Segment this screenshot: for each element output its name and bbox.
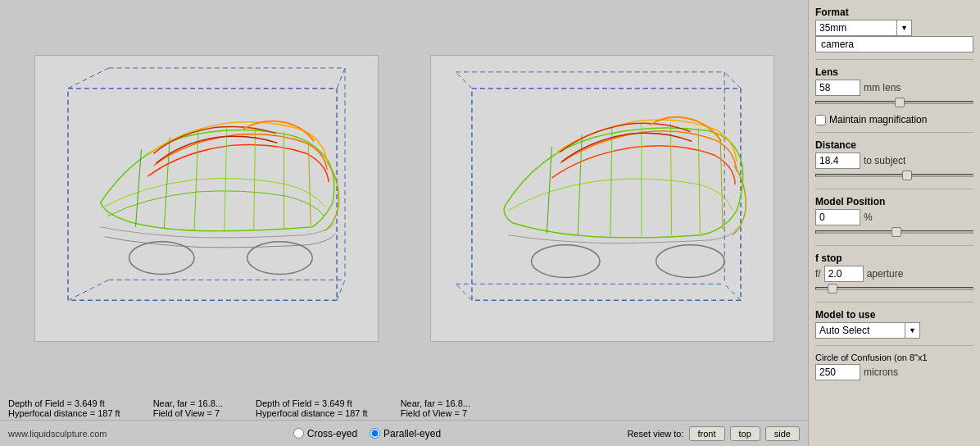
right-panel: Format ▼ camera Lens mm lens Maintain ma…	[808, 0, 980, 446]
distance-slider[interactable]	[815, 171, 973, 180]
distance-slider-track	[815, 174, 973, 177]
format-dropdown-button[interactable]: ▼	[897, 20, 912, 36]
right-nearfar-info: Near, far = 16.8... Field of View = 7	[401, 398, 470, 418]
lens-section: Lens mm lens	[815, 66, 973, 109]
confusion-section: Circle of Confusion (on 8"x1 microns	[815, 353, 973, 380]
right-viewport[interactable]	[430, 55, 774, 342]
model-position-slider-thumb[interactable]	[892, 227, 901, 237]
confusion-label: Circle of Confusion (on 8"x1	[815, 353, 973, 362]
confusion-input[interactable]	[815, 364, 860, 380]
distance-section: Distance to subject	[815, 139, 973, 182]
model-position-unit: %	[864, 212, 873, 223]
view-mode-radio-group: Cross-eyed Parallel-eyed	[293, 428, 441, 439]
distance-label: Distance	[815, 139, 973, 151]
lens-input[interactable]	[815, 80, 860, 96]
divider-2	[815, 132, 973, 133]
info-bar: Depth of Field = 3.649 ft Hyperfocal dis…	[0, 397, 808, 420]
lens-slider-thumb[interactable]	[895, 98, 905, 107]
left-dof-info: Depth of Field = 3.649 ft Hyperfocal dis…	[8, 398, 120, 418]
format-row: ▼	[815, 20, 973, 36]
model-position-label: Model Position	[815, 196, 973, 207]
maintain-magnification-checkbox[interactable]	[815, 115, 826, 125]
fstop-row: f/ aperture	[815, 266, 973, 282]
model-use-input[interactable]	[815, 322, 905, 339]
confusion-row: microns	[815, 364, 973, 380]
left-viewport[interactable]	[34, 55, 379, 342]
model-position-slider[interactable]	[815, 227, 973, 237]
format-label: Format	[815, 7, 973, 18]
divider-1	[815, 59, 973, 60]
fstop-label: f stop	[815, 253, 973, 264]
maintain-magnification-row: Maintain magnification	[815, 114, 973, 125]
model-position-section: Model Position %	[815, 196, 973, 239]
model-position-input[interactable]	[815, 209, 860, 225]
distance-unit: to subject	[864, 155, 905, 166]
fstop-input[interactable]	[824, 266, 864, 282]
cross-eyed-radio[interactable]	[293, 428, 304, 439]
fstop-prefix: f/	[815, 268, 821, 280]
side-view-button[interactable]: side	[765, 426, 800, 441]
reset-view-group: Reset view to: front top side	[627, 426, 800, 441]
fstop-section: f stop f/ aperture	[815, 253, 973, 295]
lens-row: mm lens	[815, 80, 973, 96]
top-view-button[interactable]: top	[730, 426, 760, 441]
divider-5	[815, 302, 973, 303]
model-use-section: Model to use ▼	[815, 309, 973, 339]
divider-6	[815, 345, 973, 346]
format-input[interactable]	[815, 20, 897, 36]
left-nearfar-info: Near, far = 16.8... Field of View = 7	[153, 398, 223, 418]
distance-row: to subject	[815, 152, 973, 169]
lens-label: Lens	[815, 66, 973, 78]
fstop-slider-track	[815, 287, 973, 290]
svg-rect-0	[35, 56, 378, 341]
distance-slider-thumb[interactable]	[902, 171, 912, 180]
model-use-dropdown-button[interactable]: ▼	[905, 322, 920, 339]
status-bar: www.liquidsculpture.com Cross-eyed Paral…	[0, 420, 808, 446]
maintain-magnification-label: Maintain magnification	[829, 114, 927, 125]
fstop-slider-thumb[interactable]	[828, 284, 837, 294]
lens-unit: mm lens	[864, 82, 901, 93]
model-use-label: Model to use	[815, 309, 973, 321]
right-dof-info: Depth of Field = 3.649 ft Hyperfocal dis…	[256, 398, 368, 418]
confusion-unit: microns	[864, 366, 898, 378]
camera-label: camera	[815, 36, 973, 52]
parallel-eyed-radio[interactable]	[370, 428, 380, 439]
format-section: Format ▼ camera	[815, 7, 973, 52]
divider-4	[815, 245, 973, 246]
parallel-eyed-option[interactable]: Parallel-eyed	[370, 428, 441, 439]
cross-eyed-option[interactable]: Cross-eyed	[293, 428, 357, 439]
front-view-button[interactable]: front	[689, 426, 725, 441]
model-use-row: ▼	[815, 322, 973, 339]
distance-input[interactable]	[815, 152, 860, 169]
fstop-slider[interactable]	[815, 284, 973, 294]
fstop-unit: aperture	[867, 268, 904, 280]
model-position-row: %	[815, 209, 973, 225]
lens-slider[interactable]	[815, 98, 973, 107]
website-label: www.liquidsculpture.com	[8, 429, 107, 439]
reset-view-label: Reset view to:	[627, 429, 683, 439]
divider-3	[815, 189, 973, 189]
